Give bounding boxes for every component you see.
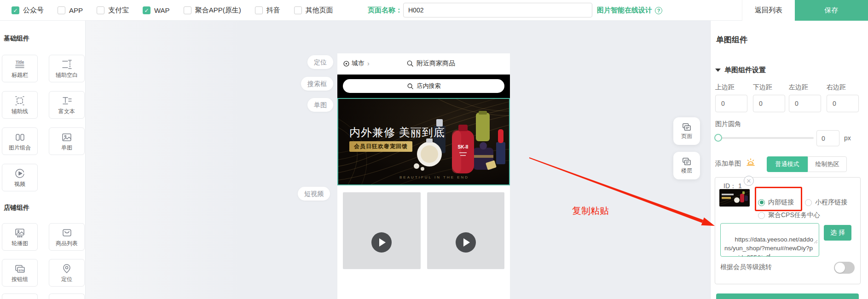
checkbox-checked-icon[interactable]: ✓ (143, 6, 150, 14)
blank-helper-icon (61, 58, 72, 70)
search-icon (406, 60, 414, 67)
radius-slider-track[interactable] (715, 137, 814, 139)
checkbox-unchecked-icon[interactable] (255, 6, 263, 14)
margin-right-input[interactable] (827, 95, 859, 112)
margin-left-input[interactable] (789, 95, 821, 112)
component-carousel[interactable]: 轮播图 (2, 223, 38, 251)
platform-label: APP (69, 6, 83, 14)
link-url-textarea[interactable]: https://data.yeesoo.net/addons/yun_shop/… (720, 223, 819, 257)
image-group-icon (14, 131, 25, 143)
checkbox-unchecked-icon[interactable] (58, 6, 65, 14)
page-icon (682, 122, 692, 132)
store-search-input[interactable]: 店内搜索 (343, 79, 504, 93)
hotzone-mode-button[interactable]: 绘制热区 (808, 156, 847, 172)
guide-line-icon (14, 95, 25, 107)
link-option-miniprogram[interactable]: 小程序链接 (805, 198, 847, 207)
link-option-cps[interactable]: 聚合CPS任务中心 (758, 211, 820, 219)
banner-badge: 会员日狂欢奢宠回馈 (349, 141, 412, 152)
location-widget[interactable]: 城市 › (343, 59, 370, 68)
margin-bottom-label: 下边距 (753, 83, 772, 92)
component-title-bar[interactable]: Title 标题栏 (2, 55, 38, 82)
component-card-partial[interactable] (49, 293, 85, 299)
platform-option-douyin[interactable]: 抖音 (255, 6, 280, 15)
component-rich-text[interactable]: 富文本 (49, 91, 85, 119)
title-icon: Title (14, 58, 26, 70)
phone-preview: 城市 › 附近商家商品 店内搜索 (337, 53, 510, 299)
save-button[interactable]: 保存 (795, 0, 868, 21)
design-canvas: 定位 搜索框 单图 短视频 城市 › 附近商家商品 店内搜索 (86, 21, 710, 299)
platform-option-other-page[interactable]: 其他页面 (294, 6, 333, 15)
checkbox-unchecked-icon[interactable] (294, 6, 302, 14)
platform-label: 抖音 (266, 6, 280, 15)
canvas-label-short-video: 短视频 (298, 187, 330, 201)
single-image-item-card: ID： 1 ✕ 内部链接 小程序链接 聚合CPS任 (715, 177, 861, 284)
component-location[interactable]: 定位 (49, 259, 85, 287)
component-sidebar: 基础组件 Title 标题栏 辅助空白 辅助线 富文本 图片组合 单图 (0, 21, 86, 299)
product-list-icon (61, 227, 72, 239)
single-image-banner-selected[interactable]: SK-II 内外兼修 美丽到底 会员日狂欢奢宠回馈 BEAUTIFUL IN T… (337, 98, 510, 185)
page-name-input[interactable] (403, 3, 592, 17)
component-card-partial[interactable] (2, 293, 38, 299)
floor-settings-button[interactable]: 楼层 (673, 152, 700, 179)
video-placeholder[interactable] (427, 192, 505, 269)
radio-unselected-icon[interactable] (805, 199, 812, 206)
svg-text:Title: Title (16, 60, 24, 64)
platform-label: 公众号 (23, 6, 44, 15)
checkbox-unchecked-icon[interactable] (97, 6, 104, 14)
search-bar-section: 店内搜索 (337, 75, 510, 98)
checkbox-checked-icon[interactable]: ✓ (12, 6, 19, 14)
play-icon[interactable] (371, 232, 392, 253)
help-icon[interactable]: ? (655, 7, 662, 14)
single-image-thumbnail[interactable] (719, 189, 750, 207)
choose-link-button[interactable]: 选 择 (824, 225, 851, 241)
canvas-label-location: 定位 (307, 55, 333, 69)
normal-mode-button[interactable]: 普通模式 (767, 156, 808, 172)
page-settings-button[interactable]: 页面 (673, 117, 700, 145)
component-single-image[interactable]: 单图 (49, 127, 85, 155)
radius-value-input[interactable] (816, 130, 839, 146)
annotation-copy-paste-text: 复制粘贴 (572, 205, 609, 217)
radius-slider-handle[interactable] (714, 134, 722, 142)
button-group-icon: BTN (14, 263, 26, 275)
margin-bottom-input[interactable] (753, 95, 785, 112)
radio-unselected-icon[interactable] (758, 212, 765, 219)
resize-handle-icon[interactable] (800, 228, 818, 255)
nearby-search-widget[interactable]: 附近商家商品 (406, 59, 455, 68)
platform-option-gongzhonghao[interactable]: ✓ 公众号 (12, 6, 44, 15)
panel-title: 单图组件 (716, 34, 747, 45)
back-to-list-button[interactable]: 返回列表 (742, 0, 795, 21)
platform-option-app[interactable]: APP (58, 6, 83, 14)
margin-top-input[interactable] (715, 95, 747, 112)
video-placeholder[interactable] (343, 192, 421, 269)
margin-top-label: 上边距 (715, 83, 735, 92)
member-level-toggle-off[interactable] (834, 262, 855, 274)
close-icon[interactable]: ✕ (744, 176, 754, 186)
member-level-jump-label: 根据会员等级跳转 (720, 263, 772, 271)
component-video[interactable]: 视频 (2, 164, 38, 191)
link-option-internal[interactable]: 内部链接 (758, 198, 794, 207)
panel-bottom-button[interactable] (716, 293, 859, 299)
settings-section-header[interactable]: 单图组件设置 (715, 66, 766, 75)
platform-label: 其他页面 (306, 6, 333, 15)
platform-label: 聚合APP(原生) (195, 6, 241, 15)
radio-selected-icon[interactable] (758, 199, 765, 206)
banner-title: 内外兼修 美丽到底 (349, 125, 445, 140)
smart-design-link[interactable]: 图片智能在线设计 ? (597, 6, 662, 15)
location-icon (61, 263, 72, 275)
platform-option-wap[interactable]: ✓ WAP (143, 6, 170, 14)
play-icon[interactable] (456, 232, 476, 253)
checkbox-unchecked-icon[interactable] (184, 6, 191, 14)
component-guide-line[interactable]: 辅助线 (2, 91, 38, 119)
radius-unit-label: px (844, 134, 851, 142)
nearby-search-label: 附近商家商品 (417, 59, 455, 68)
component-image-group[interactable]: 图片组合 (2, 127, 38, 155)
margin-left-label: 左边距 (789, 83, 808, 92)
platform-option-zhifubao[interactable]: 支付宝 (97, 6, 129, 15)
banner-product-brand: SK-II (458, 144, 469, 150)
component-button-group[interactable]: BTN 按钮组 (2, 259, 38, 287)
section-title-basic: 基础组件 (4, 34, 29, 43)
store-search-placeholder: 店内搜索 (417, 82, 441, 90)
platform-option-juhe-app[interactable]: 聚合APP(原生) (184, 6, 241, 15)
component-product-list[interactable]: 商品列表 (49, 223, 85, 251)
component-blank-helper[interactable]: 辅助空白 (49, 55, 85, 82)
